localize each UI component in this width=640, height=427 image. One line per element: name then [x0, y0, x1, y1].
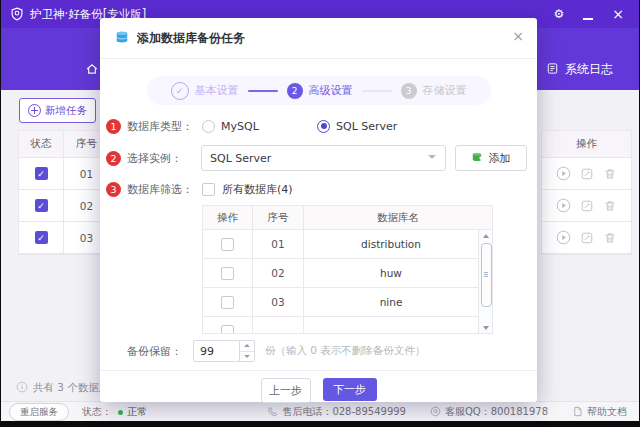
- table-row: 01 distribution: [203, 230, 478, 259]
- support-qq: 客服QQ：800181978: [430, 405, 548, 419]
- row-checkbox-checked[interactable]: ✓: [35, 231, 48, 244]
- step-label: 高级设置: [309, 83, 353, 98]
- select-all-label: 所有数据库(4): [222, 182, 293, 197]
- run-task-icon[interactable]: [556, 166, 571, 181]
- radio-option-mysql[interactable]: MySQL: [202, 120, 317, 133]
- plus-circle-icon: [28, 104, 41, 117]
- row-actions: [542, 190, 631, 222]
- settings-gear-icon[interactable]: ⚙: [554, 7, 565, 21]
- minimize-button[interactable]: [583, 5, 593, 24]
- step-badge-2: 2: [106, 151, 121, 166]
- retention-input[interactable]: [193, 340, 240, 362]
- support-phone-text: 售后电话：028-89549999: [282, 405, 406, 419]
- add-instance-button[interactable]: 添加: [455, 145, 527, 171]
- delete-task-icon[interactable]: [603, 231, 617, 245]
- edit-task-icon[interactable]: [580, 167, 594, 181]
- window-controls: ⚙ ×: [554, 5, 625, 24]
- retention-hint: 份（输入 0 表示不删除备份文件）: [265, 344, 425, 358]
- row-checkbox[interactable]: [221, 296, 234, 309]
- next-step-button[interactable]: 下一步: [323, 378, 377, 401]
- scroll-down-icon[interactable]: [479, 322, 492, 333]
- status-column-header: 状态: [19, 131, 64, 157]
- scroll-up-icon[interactable]: [479, 230, 492, 241]
- nav-syslog[interactable]: 系统日志: [546, 61, 613, 78]
- db-type-label: 数据库类型：: [127, 119, 202, 134]
- step-label: 基本设置: [195, 83, 239, 98]
- stepper-up-icon[interactable]: [240, 341, 254, 352]
- delete-task-icon[interactable]: [603, 167, 617, 181]
- phone-icon: [267, 406, 278, 419]
- row-num: 01: [253, 230, 304, 258]
- stepper-down-icon[interactable]: [240, 352, 254, 362]
- table-row: 03 nine: [203, 288, 478, 317]
- restart-service-button[interactable]: 重启服务: [9, 403, 69, 421]
- instance-select-value: SQL Server: [210, 152, 271, 165]
- row-checkbox[interactable]: [221, 238, 234, 251]
- db-filter-label: 数据库筛选：: [127, 182, 202, 197]
- dialog-header: 添加数据库备份任务 ×: [100, 18, 537, 59]
- run-task-icon[interactable]: [556, 198, 571, 213]
- step-badge-3: 3: [106, 182, 121, 197]
- radio-selected-icon[interactable]: [317, 120, 330, 133]
- row-checkbox[interactable]: [221, 325, 234, 334]
- add-task-button[interactable]: 新增任务: [19, 98, 96, 123]
- prev-step-button[interactable]: 上一步: [261, 378, 311, 403]
- edit-task-icon[interactable]: [580, 199, 594, 213]
- step-badge-1: 1: [106, 119, 121, 134]
- radio-unselected-icon[interactable]: [202, 120, 215, 133]
- help-doc-link[interactable]: 帮助文档: [572, 405, 627, 419]
- statusbar: 重启服务 状态： 正常 售后电话：028-89549999 客服QQ：80018…: [1, 401, 639, 421]
- row-checkbox[interactable]: [221, 267, 234, 280]
- retention-label: 备份保留：: [127, 344, 193, 359]
- db-filter-row: 3 数据库筛选： 所有数据库(4): [106, 181, 527, 197]
- step-number: 2: [287, 83, 303, 99]
- support-phone: 售后电话：028-89549999: [267, 405, 406, 419]
- retention-stepper: [240, 340, 255, 362]
- instance-label: 选择实例：: [127, 151, 201, 166]
- delete-task-icon[interactable]: [603, 199, 617, 213]
- step-number: 3: [401, 83, 417, 99]
- chevron-down-icon: [428, 155, 436, 159]
- database-table-body: 01 distribution 02 huw 03 nine: [203, 230, 492, 333]
- home-icon: [85, 62, 99, 79]
- step-basic-settings: ✓ 基本设置: [171, 82, 239, 100]
- database-add-icon: [471, 151, 483, 166]
- app-logo-shield-icon: [10, 7, 24, 21]
- table-row: 02 huw: [203, 259, 478, 288]
- status-green-dot: [118, 410, 123, 415]
- document-icon: [572, 406, 583, 419]
- row-db-name: huw: [304, 259, 478, 287]
- instance-select[interactable]: SQL Server: [201, 145, 446, 171]
- row-checkbox-checked[interactable]: ✓: [35, 167, 48, 180]
- dialog-footer: 上一步 下一步: [100, 378, 537, 403]
- step-advanced-settings: 2 高级设置: [287, 83, 353, 99]
- row-checkbox-checked[interactable]: ✓: [35, 199, 48, 212]
- select-all-checkbox[interactable]: [202, 183, 215, 196]
- radio-sqlserver-label: SQL Server: [336, 120, 397, 133]
- nav-syslog-label: 系统日志: [565, 61, 613, 78]
- database-icon: [115, 30, 129, 47]
- retention-row: 备份保留： 份（输入 0 表示不删除备份文件）: [106, 340, 527, 362]
- close-window-button[interactable]: ×: [612, 7, 624, 21]
- add-instance-label: 添加: [488, 151, 510, 166]
- syslog-icon: [546, 62, 559, 78]
- radio-option-sqlserver[interactable]: SQL Server: [317, 120, 397, 133]
- add-task-label: 新增任务: [45, 104, 87, 118]
- table-scrollbar[interactable]: [478, 230, 492, 333]
- row-num: 03: [253, 288, 304, 316]
- dialog-title: 添加数据库备份任务: [137, 30, 245, 47]
- edit-task-icon[interactable]: [580, 231, 594, 245]
- step-storage-settings: 3 存储设置: [401, 83, 467, 99]
- scrollbar-thumb[interactable]: [481, 243, 492, 307]
- run-task-icon[interactable]: [556, 230, 571, 245]
- row-actions: [542, 158, 631, 190]
- qq-icon: [430, 406, 441, 419]
- step-connector: [362, 90, 392, 92]
- db-type-row: 1 数据库类型： MySQL SQL Server: [106, 118, 527, 134]
- database-table-header: 操作 序号 数据库名: [203, 206, 492, 230]
- table-row-partial: [203, 317, 478, 333]
- radio-mysql-label: MySQL: [221, 120, 259, 133]
- dialog-close-icon[interactable]: ×: [512, 29, 524, 43]
- support-qq-text: 客服QQ：800181978: [445, 405, 548, 419]
- name-column-header: 数据库名: [304, 206, 492, 229]
